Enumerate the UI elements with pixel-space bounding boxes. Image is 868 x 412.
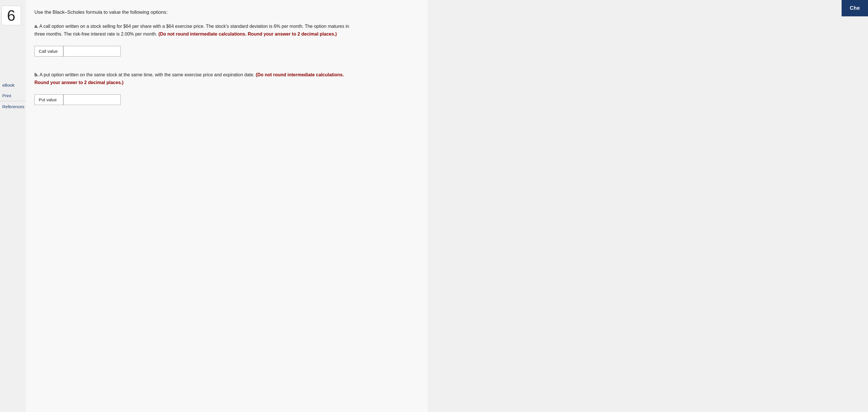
call-value-input-row: Call value: [34, 46, 410, 57]
sidebar-link-references[interactable]: References: [0, 101, 26, 112]
call-value-label: Call value: [34, 46, 63, 57]
part-b-text: b. A put option written on the same stoc…: [34, 71, 350, 86]
page-layout: 6 eBook Print References Use the Black–S…: [0, 0, 868, 412]
part-b-text-normal: A put option written on the same stock a…: [40, 72, 255, 77]
main-content: Use the Black–Scholes formula to value t…: [26, 0, 428, 412]
part-a-text-bold-red: (Do not round intermediate calculations.…: [158, 32, 337, 36]
part-b: b. A put option written on the same stoc…: [34, 71, 410, 105]
part-a: a. A call option written on a stock sell…: [34, 22, 410, 57]
top-bar: Che: [842, 0, 868, 17]
left-sidebar: 6 eBook Print References: [0, 0, 26, 412]
part-a-text: a. A call option written on a stock sell…: [34, 22, 350, 38]
part-a-label: a.: [34, 24, 38, 29]
put-value-label: Put value: [34, 94, 63, 105]
call-value-input[interactable]: [63, 46, 121, 57]
put-value-input[interactable]: [63, 94, 121, 105]
question-intro: Use the Black–Scholes formula to value t…: [34, 9, 410, 16]
part-b-label: b.: [34, 72, 38, 77]
sidebar-links: eBook Print References: [0, 80, 26, 112]
sidebar-link-print[interactable]: Print: [0, 90, 26, 101]
check-button[interactable]: Che: [842, 0, 868, 17]
put-value-input-row: Put value: [34, 94, 410, 105]
sidebar-link-ebook[interactable]: eBook: [0, 80, 26, 90]
question-number-box: 6: [1, 6, 21, 25]
question-number: 6: [7, 7, 16, 24]
